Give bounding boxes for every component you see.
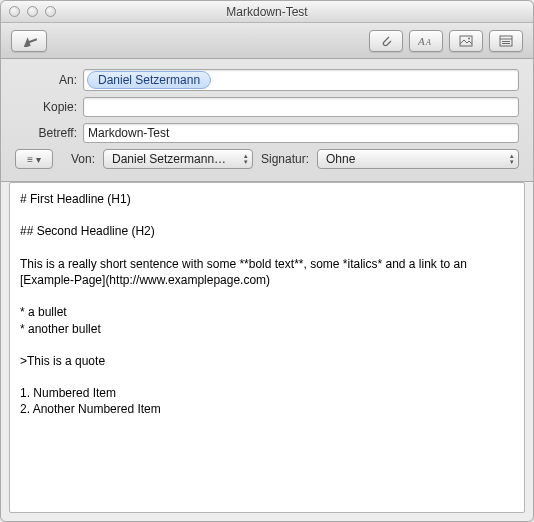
titlebar[interactable]: Markdown-Test [1, 1, 533, 23]
header-options-button[interactable]: ≡ ▾ [15, 149, 53, 169]
fonts-button[interactable]: AA [409, 30, 443, 52]
traffic-lights [1, 6, 56, 17]
chevron-updown-icon: ▴▾ [244, 153, 248, 165]
zoom-icon[interactable] [45, 6, 56, 17]
send-icon [20, 35, 38, 47]
window-title: Markdown-Test [1, 5, 533, 19]
cc-label: Kopie: [15, 100, 83, 114]
toolbar: AA [1, 23, 533, 59]
from-label: Von: [61, 152, 95, 166]
minimize-icon[interactable] [27, 6, 38, 17]
message-body[interactable]: # First Headline (H1) ## Second Headline… [9, 182, 525, 513]
svg-text:A: A [418, 35, 425, 47]
svg-text:A: A [425, 38, 431, 47]
from-popup[interactable]: Daniel Setzermann… ▴▾ [103, 149, 253, 169]
recipient-token[interactable]: Daniel Setzermann [87, 71, 211, 89]
stationery-button[interactable] [489, 30, 523, 52]
header-fields: An: Daniel Setzermann Kopie: Betreff: ≡ … [1, 59, 533, 182]
stationery-icon [499, 35, 513, 47]
close-icon[interactable] [9, 6, 20, 17]
subject-label: Betreff: [15, 126, 83, 140]
svg-point-3 [468, 37, 470, 39]
paperclip-icon [379, 34, 393, 48]
compose-window: Markdown-Test AA An: Danie [0, 0, 534, 522]
signature-popup[interactable]: Ohne ▴▾ [317, 149, 519, 169]
send-button[interactable] [11, 30, 47, 52]
to-field[interactable]: Daniel Setzermann [83, 69, 519, 91]
cc-field[interactable] [83, 97, 519, 117]
fonts-icon: AA [418, 35, 434, 47]
to-label: An: [15, 73, 83, 87]
subject-field[interactable] [83, 123, 519, 143]
chevron-updown-icon: ▴▾ [510, 153, 514, 165]
list-icon: ≡ ▾ [27, 154, 41, 165]
signature-value: Ohne [326, 152, 355, 166]
photo-icon [459, 35, 473, 47]
svg-rect-2 [460, 36, 472, 46]
photo-button[interactable] [449, 30, 483, 52]
signature-label: Signatur: [261, 152, 309, 166]
attach-button[interactable] [369, 30, 403, 52]
from-value: Daniel Setzermann… [112, 152, 226, 166]
